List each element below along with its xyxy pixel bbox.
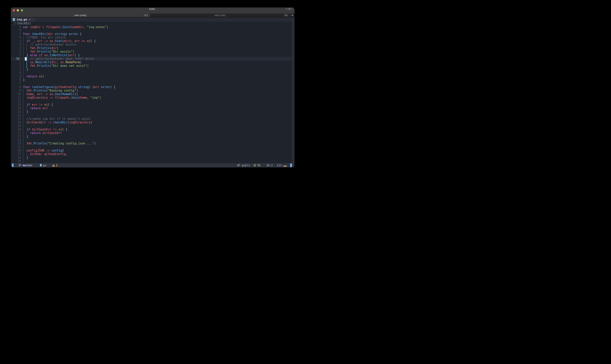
window-shortcut-hint: ⌥⌘1 [285, 7, 292, 14]
code-line[interactable]: 9var inqDir = filepath.Join(homeDir, "in… [11, 25, 292, 29]
line-number: 16 [11, 114, 21, 117]
line-number: 14 [11, 106, 21, 110]
code-line[interactable]: 8func runConfigure(githubConfig string) … [11, 85, 292, 89]
cursor-position: 30:2 [266, 164, 273, 167]
tab-nvim-nvim[interactable]: nvim (nvim) ⌘1 [11, 13, 150, 17]
mode-indicator-block [12, 164, 14, 167]
code-line[interactable]: 5 if _, err := os.Stat(dir); err == nil … [11, 39, 292, 43]
scroll-indicator-bar[interactable] [283, 166, 287, 167]
buffer-filename: inq.go [17, 18, 27, 21]
code-line[interactable]: 12 [11, 99, 292, 103]
line-number: 2 [11, 64, 21, 68]
code-text: if err != nil { [23, 103, 53, 106]
line-number: 8 [11, 85, 21, 89]
code-line[interactable]: 22 } [11, 135, 292, 138]
code-text: fmt.Println("Running config") [23, 89, 78, 92]
warning-icon [52, 164, 55, 167]
code-text: fmt.Println(dir) [23, 46, 59, 50]
treesitter-label: TS [257, 164, 260, 167]
code-line-current[interactable]: 30 // path/to/whatever does *not* exist [11, 57, 292, 61]
treesitter-segment: TS [253, 164, 260, 167]
code-line[interactable]: 20 if dirCheckErr != nil { [11, 128, 292, 131]
code-line[interactable]: 6} [11, 78, 292, 82]
code-line[interactable]: 17 //create sub dir if it doesn't exist [11, 117, 292, 121]
code-line[interactable]: 1 os.MkdirAll(dir, os.ModePerm) [11, 61, 292, 64]
titlebar[interactable]: nvim . ⌥⌘1 [11, 7, 294, 14]
buffer-close-icon[interactable]: × [29, 18, 30, 21]
treesitter-icon [253, 164, 256, 167]
code-line[interactable]: 7 [11, 82, 292, 85]
line-number: 26 [11, 149, 21, 152]
line-number: 3 [11, 46, 21, 50]
code-line[interactable]: 1 } else if os.IsNotExist(err) { [11, 53, 292, 57]
line-number: 27 [11, 152, 21, 156]
line-number: 3 [11, 68, 21, 71]
code-text: // path/to/whatever exists [23, 43, 76, 46]
code-line[interactable]: 9 fmt.Println("Running config") [11, 89, 292, 92]
filetype-label: go [43, 164, 46, 167]
gears-icon [237, 164, 240, 167]
line-number: 4 [11, 71, 21, 75]
code-line[interactable]: 6 //TODO: fix err return [11, 36, 292, 39]
code-line[interactable]: 25 [11, 145, 292, 149]
code-line[interactable]: 2 fmt.Println("Dir exists") [11, 50, 292, 53]
code-line[interactable]: 29 [11, 159, 292, 163]
indent-guide [23, 71, 23, 75]
line-number: 1 [11, 61, 21, 64]
code-text: if dirCheckErr != nil { [23, 128, 68, 131]
tab-label: nvim (nvim) [11, 13, 150, 17]
code-text: } [23, 135, 28, 138]
line-number: 9 [11, 25, 21, 29]
line-number: 18 [11, 121, 21, 124]
tab-nvim-zsh[interactable]: nvim (zsh) ⌘2 [150, 13, 290, 17]
code-line[interactable]: 14 return err [11, 106, 292, 110]
code-line[interactable]: 23 [11, 138, 292, 142]
code-line[interactable]: 7func checkDir(dir string) error { [11, 32, 292, 36]
code-line[interactable]: 3 fmt.Println(dir) [11, 46, 292, 50]
new-tab-button[interactable]: + [290, 13, 294, 17]
code-editor[interactable]: 9var inqDir = filepath.Join(homeDir, "in… [11, 25, 294, 163]
code-text: } [23, 156, 28, 159]
code-line[interactable]: 24 fmt.Println("Creating config.json ...… [11, 142, 292, 145]
buffer-tab-inq-go[interactable]: inq.go × [11, 17, 35, 22]
line-number: 12 [11, 99, 21, 103]
line-number: 2 [11, 50, 21, 53]
breadcrumb-function-name: checkDir [17, 22, 31, 25]
code-line[interactable]: 3 } [11, 68, 292, 71]
statusline-end-block [290, 164, 292, 167]
line-number: 21 [11, 131, 21, 135]
code-line[interactable]: 15 } [11, 110, 292, 114]
code-line[interactable]: 5 return nil [11, 75, 292, 78]
iterm-window: nvim . ⌥⌘1 nvim (nvim) ⌘1 nvim (zsh) ⌘2 … [11, 7, 294, 168]
code-text: func runConfigure(githubConfig string) (… [23, 85, 116, 89]
code-text: home, err := os.UserHomeDir() [23, 92, 78, 96]
code-line[interactable]: 2 fmt.Println("Dir does not exist") [11, 64, 292, 68]
code-line[interactable]: 28 } [11, 156, 292, 159]
code-text: fmt.Println("Creating config.json ...") [23, 142, 96, 145]
code-line[interactable]: 10 home, err := os.UserHomeDir() [11, 92, 292, 96]
terminal-right-padding [292, 17, 295, 163]
code-line[interactable]: 27 GitHub: githubConfig, [11, 152, 292, 156]
line-number: 25 [11, 145, 21, 149]
code-line[interactable]: 11 inqDirectory := filepath.Join(home, "… [11, 96, 292, 99]
line-number: 17 [11, 117, 21, 121]
line-number: 11 [11, 96, 21, 99]
indent-guide [23, 124, 23, 128]
function-symbol-icon: ƒ [14, 22, 15, 25]
winbar-breadcrumb: ƒ checkDir [11, 22, 294, 25]
bufferline: inq.go × [11, 17, 294, 22]
code-line[interactable]: 21 return dirCheckErr [11, 131, 292, 135]
code-line[interactable]: 13 if err != nil { [11, 103, 292, 106]
code-line[interactable]: 26 configJSON := config{ [11, 149, 292, 152]
code-line[interactable]: 19 [11, 124, 292, 128]
code-line[interactable]: 18 dirCheckErr := checkDir(inqDirectory) [11, 121, 292, 124]
code-line[interactable]: 4 [11, 71, 292, 75]
tab-label: nvim (zsh) [150, 13, 290, 17]
code-line[interactable]: 8 [11, 29, 292, 32]
go-gopher-icon [13, 18, 15, 21]
code-text: configJSON := config{ [23, 149, 64, 152]
code-text: inqDirectory := filepath.Join(home, "inq… [23, 96, 101, 99]
code-line[interactable]: 16 [11, 114, 292, 117]
code-line[interactable]: 4 // path/to/whatever exists [11, 43, 292, 46]
code-text: return dirCheckErr [23, 131, 62, 135]
